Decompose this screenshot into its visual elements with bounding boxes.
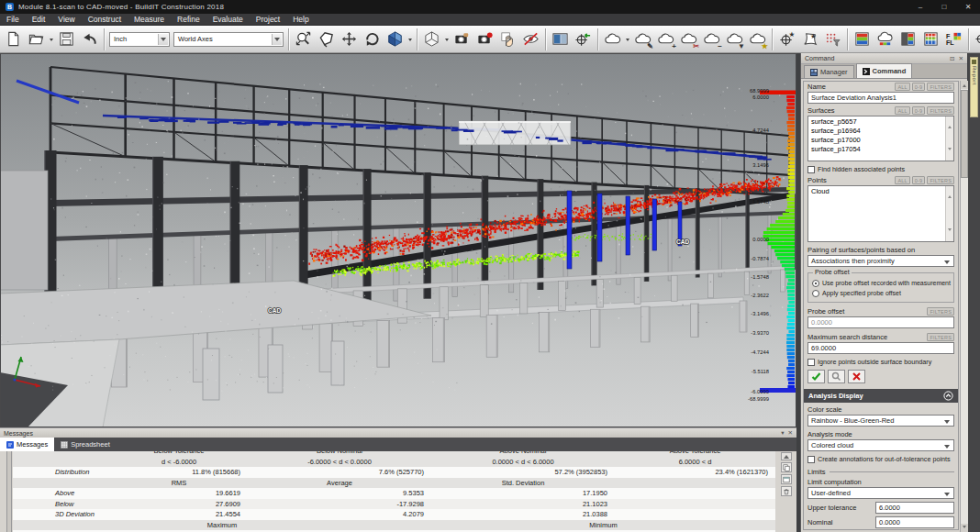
- zoom-extents-button[interactable]: [292, 28, 315, 51]
- surfaces-list-scrollbar[interactable]: [945, 116, 953, 161]
- viewport[interactable]: CAD CAD 68.99996.00004.72443.14961.57480…: [0, 53, 796, 427]
- probe-target-button[interactable]: [972, 28, 980, 51]
- filter-chip-0-9[interactable]: 0-9: [912, 83, 926, 91]
- tab-messages[interactable]: Messages: [0, 438, 54, 451]
- filter-chip-all[interactable]: ALL: [895, 106, 909, 115]
- cloud-subtract-button[interactable]: −: [700, 28, 723, 51]
- maximize-button[interactable]: □: [932, 0, 956, 14]
- cloud-button-dropdown[interactable]: [624, 28, 631, 51]
- color-grid-button[interactable]: [919, 28, 942, 51]
- surface-feature-button[interactable]: ★: [798, 28, 821, 51]
- cancel-button[interactable]: [848, 370, 865, 383]
- dropdown-arrow-icon[interactable]: [272, 34, 282, 45]
- menu-item-file[interactable]: File: [0, 14, 26, 26]
- view-cube-button-dropdown[interactable]: [406, 28, 414, 51]
- color-cloud-button[interactable]: [874, 28, 896, 51]
- limit-computation-select[interactable]: User-defined: [807, 487, 954, 499]
- report-side-tab[interactable]: Report: [970, 57, 978, 117]
- snapshot-camera-button[interactable]: [451, 28, 473, 51]
- filter-chip-0-9[interactable]: 0-9: [912, 106, 926, 115]
- close-button[interactable]: ✕: [956, 0, 980, 14]
- record-camera-button[interactable]: [473, 28, 496, 51]
- messages-dock-icon[interactable]: ▾: [781, 429, 784, 437]
- max-search-input[interactable]: 69.0000: [807, 342, 954, 354]
- list-item[interactable]: surface_p17054: [811, 145, 943, 154]
- create-annotations-checkbox[interactable]: Create annotations for out-of-tolerance …: [807, 455, 954, 463]
- deviation-report-table-wrap[interactable]: Below ToleranceBelow NominalAbove Nomina…: [13, 451, 775, 532]
- list-item[interactable]: surface_p17000: [811, 136, 943, 145]
- cloud-edit-button[interactable]: ✎: [631, 28, 654, 51]
- grid-filter-button[interactable]: [821, 28, 844, 51]
- menu-item-help[interactable]: Help: [286, 14, 315, 26]
- list-item[interactable]: surface_p5657: [811, 117, 943, 127]
- minimize-button[interactable]: –: [908, 0, 932, 14]
- list-item[interactable]: surface_p16964: [811, 127, 943, 136]
- cloud-button[interactable]: [601, 28, 624, 51]
- cloud-cut-button[interactable]: ✂: [677, 28, 700, 51]
- axes-select[interactable]: World Axes: [173, 32, 284, 47]
- panel-pin-icon[interactable]: ⊡: [950, 55, 954, 62]
- open-file-button-dropdown[interactable]: [48, 28, 55, 51]
- tab-manager[interactable]: Manager: [804, 65, 854, 78]
- pairing-select[interactable]: Associations then proximity: [807, 255, 954, 267]
- filter-chip-filters[interactable]: FILTERS: [927, 176, 954, 184]
- pick-region-button[interactable]: [315, 28, 338, 51]
- shading-cube-button-dropdown[interactable]: [443, 28, 451, 51]
- apply-button[interactable]: [807, 370, 825, 383]
- analysis-display-header[interactable]: Analysis Display: [804, 389, 958, 403]
- list-item[interactable]: Cloud: [811, 187, 943, 196]
- undo-button[interactable]: [78, 28, 101, 51]
- delete-messages-button[interactable]: [781, 486, 792, 496]
- filter-chip-0-9[interactable]: 0-9: [912, 176, 926, 184]
- messages-close-icon[interactable]: ✕: [788, 429, 793, 437]
- filter-chip-filters[interactable]: FILTERS: [927, 333, 954, 341]
- upper-tolerance-input[interactable]: 6.0000: [875, 502, 954, 514]
- probe-offset-input[interactable]: 0.0000: [807, 316, 954, 328]
- open-file-button[interactable]: [25, 28, 48, 51]
- menu-item-evaluate[interactable]: Evaluate: [206, 14, 250, 26]
- color-scale-select[interactable]: Rainbow - Blue-Green-Red: [807, 415, 954, 427]
- filter-chip-filters[interactable]: FILTERS: [927, 106, 954, 115]
- dropdown-arrow-icon[interactable]: [158, 34, 168, 45]
- nominal-input[interactable]: 0.0000: [875, 516, 954, 528]
- new-file-button[interactable]: [2, 28, 25, 51]
- pan-view-button[interactable]: [338, 28, 361, 51]
- filter-chip-all[interactable]: ALL: [895, 176, 909, 184]
- cloud-extract-button[interactable]: ★: [746, 28, 769, 51]
- find-hidden-checkbox[interactable]: Find hidden associated points: [807, 165, 954, 173]
- hide-objects-button[interactable]: [519, 28, 542, 51]
- points-list-scrollbar[interactable]: [945, 186, 953, 241]
- move-device-button[interactable]: [572, 28, 595, 51]
- analysis-mode-select[interactable]: Colored cloud: [807, 439, 954, 451]
- panel-close-icon[interactable]: ✕: [959, 55, 963, 62]
- menu-item-construct[interactable]: Construct: [82, 14, 128, 26]
- name-input[interactable]: Surface Deviation Analysis1: [807, 92, 954, 104]
- cloud-filter-button[interactable]: ▼: [723, 28, 746, 51]
- menu-item-view[interactable]: View: [51, 14, 81, 26]
- grab-select-button[interactable]: [496, 28, 519, 51]
- menu-item-edit[interactable]: Edit: [26, 14, 52, 26]
- save-button[interactable]: [55, 28, 78, 51]
- filter-chip-filters[interactable]: FILTERS: [927, 83, 954, 91]
- view-cube-button[interactable]: [384, 28, 406, 51]
- open-window-button[interactable]: [781, 474, 792, 484]
- filter-chip-all[interactable]: ALL: [895, 83, 909, 91]
- copy-report-button[interactable]: [781, 462, 792, 472]
- menu-item-refine[interactable]: Refine: [171, 14, 206, 26]
- collapse-icon[interactable]: [943, 391, 953, 401]
- filter-chip-filters[interactable]: FILTERS: [927, 307, 954, 316]
- color-surface-button[interactable]: [851, 28, 874, 51]
- scrollbar-thumb[interactable]: [961, 90, 968, 178]
- viewport-canvas[interactable]: CAD CAD 68.99996.00004.72443.14961.57480…: [0, 53, 796, 427]
- preview-button[interactable]: [828, 370, 845, 383]
- points-list[interactable]: Cloud: [807, 185, 954, 242]
- scroll-up-button[interactable]: [781, 452, 792, 460]
- image-view-button[interactable]: [549, 28, 572, 51]
- unit-select[interactable]: Inch: [109, 32, 170, 47]
- color-compare-button[interactable]: [896, 28, 919, 51]
- tab-command[interactable]: Command: [856, 63, 913, 78]
- scrollbar-down-arrow[interactable]: [961, 524, 968, 532]
- probe-recorded-radio[interactable]: Use probe offset recorded with measureme…: [812, 278, 950, 288]
- command-panel-scrollbar[interactable]: [960, 81, 968, 532]
- probe-specified-radio[interactable]: Apply specified probe offset: [812, 288, 950, 298]
